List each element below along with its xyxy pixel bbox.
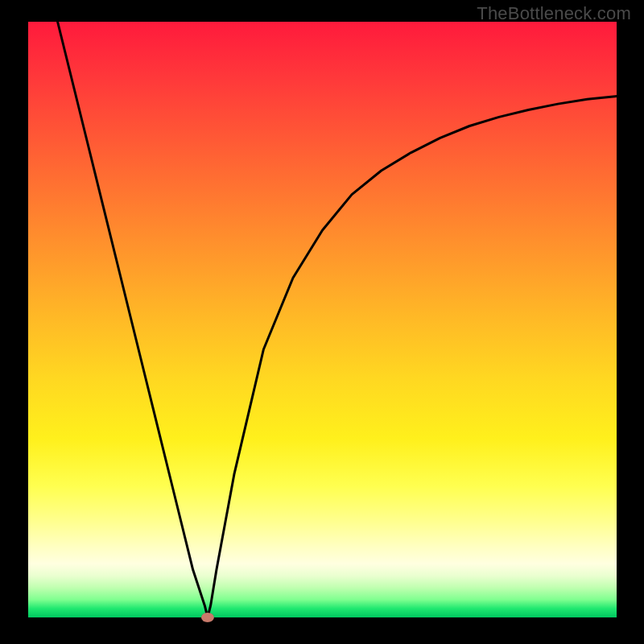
optimal-point-marker [201, 613, 214, 622]
curve-svg [28, 22, 617, 617]
watermark-text: TheBottleneck.com [477, 3, 631, 24]
bottleneck-curve [58, 22, 617, 617]
plot-area [28, 22, 617, 617]
chart-frame: TheBottleneck.com [0, 0, 644, 644]
